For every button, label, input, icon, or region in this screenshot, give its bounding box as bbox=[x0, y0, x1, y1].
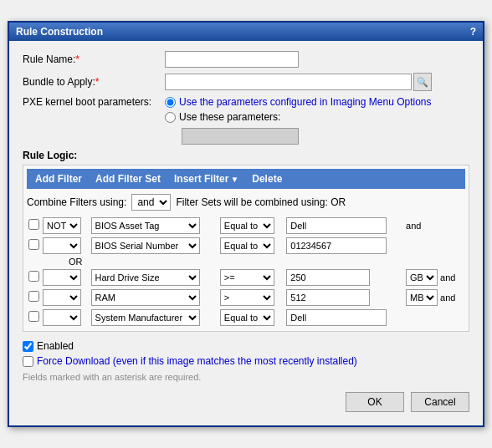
filter-checkbox-5[interactable] bbox=[28, 311, 39, 322]
bundle-required: * bbox=[95, 76, 100, 88]
pxe-params-input[interactable] bbox=[182, 128, 299, 145]
and-label-1: and bbox=[404, 216, 465, 236]
table-row: NOT Hard Drive Size >=><Equal to GBMB an… bbox=[27, 267, 465, 288]
enabled-label: Enabled bbox=[37, 340, 74, 352]
force-download-checkbox[interactable] bbox=[23, 356, 33, 367]
not-select-2[interactable]: NOT bbox=[43, 237, 81, 254]
table-row: NOT BIOS Serial Number Equal toNot equal… bbox=[27, 236, 465, 256]
title-bar: Rule Construction ? bbox=[9, 23, 483, 41]
combine-select[interactable]: and or bbox=[131, 194, 171, 211]
bundle-label: Bundle to Apply:* bbox=[23, 76, 165, 88]
not-select-5[interactable]: NOT bbox=[43, 309, 81, 326]
force-download-row: Force Download (even if this image match… bbox=[23, 355, 469, 367]
pxe-label: PXE kernel boot parameters: bbox=[23, 96, 165, 108]
op-select-3[interactable]: >=><Equal to bbox=[220, 269, 274, 286]
op-select-2[interactable]: Equal toNot equal to bbox=[220, 237, 274, 254]
rule-name-row: Rule Name:* bbox=[23, 51, 469, 68]
fields-note: Fields marked with an asterisk are requi… bbox=[23, 372, 469, 382]
dialog-title: Rule Construction bbox=[16, 26, 103, 38]
not-select-1[interactable]: NOT bbox=[43, 217, 81, 234]
not-select-4[interactable]: NOT bbox=[43, 289, 81, 306]
table-row: NOT BIOS Asset Tag Equal toNot equal to … bbox=[27, 216, 465, 236]
bundle-input[interactable] bbox=[165, 74, 412, 90]
enabled-checkbox[interactable] bbox=[23, 341, 33, 352]
bundle-browse-button[interactable]: 🔍 bbox=[413, 73, 432, 91]
pxe-row: PXE kernel boot parameters: Use the para… bbox=[23, 96, 469, 145]
pxe-option2-label: Use these parameters: bbox=[179, 111, 280, 123]
pxe-option2-radio[interactable] bbox=[165, 112, 176, 123]
filter-checkbox-2[interactable] bbox=[28, 239, 39, 250]
insert-arrow-icon: ▼ bbox=[230, 175, 238, 184]
enabled-row: Enabled bbox=[23, 340, 469, 352]
not-select-3[interactable]: NOT bbox=[43, 269, 81, 286]
val-input-3[interactable] bbox=[286, 269, 370, 286]
op-select-1[interactable]: Equal toNot equal to bbox=[220, 217, 274, 234]
field-select-5[interactable]: System Manufacturer bbox=[91, 309, 200, 326]
pxe-options: Use the parameters configured in Imaging… bbox=[165, 96, 432, 145]
combine-row: Combine Filters using: and or Filter Set… bbox=[27, 194, 465, 211]
add-filter-button[interactable]: Add Filter bbox=[32, 171, 85, 186]
pxe-option1-row: Use the parameters configured in Imaging… bbox=[165, 96, 432, 108]
field-select-3[interactable]: Hard Drive Size bbox=[91, 269, 200, 286]
field-select-1[interactable]: BIOS Asset Tag bbox=[91, 217, 200, 234]
combine-label: Combine Filters using: bbox=[27, 196, 126, 208]
pxe-option1-label: Use the parameters configured in Imaging… bbox=[179, 96, 432, 108]
field-select-2[interactable]: BIOS Serial Number bbox=[91, 237, 200, 254]
op-select-4[interactable]: >>=<Equal to bbox=[220, 289, 274, 306]
field-select-4[interactable]: RAM bbox=[91, 289, 200, 306]
filter-checkbox-1[interactable] bbox=[28, 219, 39, 230]
pxe-option1-radio[interactable] bbox=[165, 97, 176, 108]
val-input-1[interactable] bbox=[286, 217, 387, 234]
and-label-3: and bbox=[440, 272, 455, 283]
filter-section: Add Filter Add Filter Set Insert Filter … bbox=[23, 165, 469, 332]
and-label-4: and bbox=[440, 293, 455, 303]
filter-sets-label: Filter Sets will be combined using: OR bbox=[176, 196, 346, 208]
bundle-row: Bundle to Apply:* 🔍 bbox=[23, 73, 469, 91]
ok-button[interactable]: OK bbox=[346, 392, 404, 412]
table-row: NOT RAM >>=<Equal to MBGB and bbox=[27, 288, 465, 308]
val-input-4[interactable] bbox=[286, 289, 370, 306]
or-label: OR bbox=[27, 257, 83, 267]
filter-checkbox-4[interactable] bbox=[28, 291, 39, 302]
table-row: NOT System Manufacturer Equal toNot equa… bbox=[27, 308, 465, 328]
or-row: OR bbox=[27, 256, 465, 267]
delete-button[interactable]: Delete bbox=[249, 171, 285, 186]
filter-checkbox-3[interactable] bbox=[28, 271, 39, 282]
rule-logic-label: Rule Logic: bbox=[23, 150, 469, 161]
bundle-input-group: 🔍 bbox=[165, 73, 432, 91]
required-mark: * bbox=[75, 53, 79, 65]
rule-name-input[interactable] bbox=[165, 51, 299, 68]
dialog-footer: OK Cancel bbox=[23, 392, 469, 415]
rule-construction-dialog: Rule Construction ? Rule Name:* Bundle t… bbox=[8, 21, 484, 427]
unit-select-4[interactable]: MBGB bbox=[406, 289, 438, 306]
filter-table: NOT BIOS Asset Tag Equal toNot equal to … bbox=[27, 216, 465, 328]
unit-select-3[interactable]: GBMB bbox=[406, 269, 438, 286]
cancel-button[interactable]: Cancel bbox=[411, 392, 469, 412]
filter-toolbar: Add Filter Add Filter Set Insert Filter … bbox=[27, 169, 465, 189]
force-download-label: Force Download (even if this image match… bbox=[37, 355, 357, 367]
insert-filter-button[interactable]: Insert Filter ▼ bbox=[171, 171, 242, 186]
rule-name-label: Rule Name:* bbox=[23, 53, 165, 65]
add-filter-set-button[interactable]: Add Filter Set bbox=[92, 171, 164, 186]
val-input-2[interactable] bbox=[286, 237, 387, 254]
val-input-5[interactable] bbox=[286, 309, 387, 326]
help-button[interactable]: ? bbox=[470, 26, 476, 38]
op-select-5[interactable]: Equal toNot equal to bbox=[220, 309, 274, 326]
pxe-option2-row: Use these parameters: bbox=[165, 111, 432, 123]
